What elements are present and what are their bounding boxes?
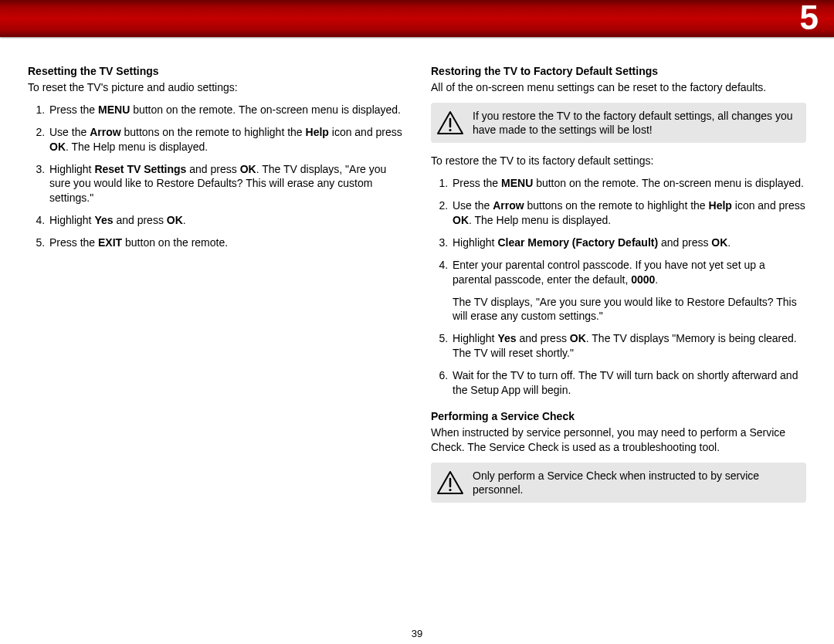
section-title-service: Performing a Service Check (431, 410, 806, 422)
service-intro: When instructed by service personnel, yo… (431, 425, 806, 455)
list-item: Use the Arrow buttons on the remote to h… (48, 125, 403, 154)
section-title-reset: Resetting the TV Settings (28, 65, 403, 77)
warning-box: Only perform a Service Check when instru… (431, 463, 806, 503)
restore-intro2: To restore the TV to its factory default… (431, 154, 806, 168)
warning-icon (437, 471, 463, 494)
reset-steps: Press the MENU button on the remote. The… (28, 103, 403, 250)
list-item: Wait for the TV to turn off. The TV will… (451, 368, 806, 398)
restore-steps: Press the MENU button on the remote. The… (431, 176, 806, 398)
list-item: Press the MENU button on the remote. The… (48, 103, 403, 117)
list-item: Press the MENU button on the remote. The… (451, 176, 806, 191)
section-title-restore: Restoring the TV to Factory Default Sett… (431, 65, 806, 77)
list-item: Enter your parental control passcode. If… (451, 258, 806, 324)
svg-point-5 (449, 489, 451, 491)
svg-point-2 (449, 129, 451, 131)
chapter-number: 5 (800, 0, 819, 37)
list-item: Press the EXIT button on the remote. (48, 236, 403, 250)
chapter-header: 5 (0, 0, 834, 37)
list-item: Use the Arrow buttons on the remote to h… (451, 198, 806, 228)
page-number: 39 (0, 628, 834, 639)
warning-text: Only perform a Service Check when instru… (473, 469, 797, 497)
warning-icon (437, 111, 463, 134)
list-item: Highlight Yes and press OK. (48, 213, 403, 228)
reset-intro: To reset the TV's picture and audio sett… (28, 80, 403, 95)
left-column: Resetting the TV Settings To reset the T… (28, 65, 403, 514)
right-column: Restoring the TV to Factory Default Sett… (431, 65, 806, 514)
page-content: Resetting the TV Settings To reset the T… (0, 37, 834, 514)
restore-intro: All of the on-screen menu settings can b… (431, 80, 806, 95)
warning-box: If you restore the TV to the factory def… (431, 103, 806, 143)
list-item: Highlight Yes and press OK. The TV displ… (451, 331, 806, 361)
list-item: Highlight Reset TV Settings and press OK… (48, 162, 403, 206)
warning-text: If you restore the TV to the factory def… (473, 109, 797, 137)
list-item: Highlight Clear Memory (Factory Default)… (451, 236, 806, 250)
